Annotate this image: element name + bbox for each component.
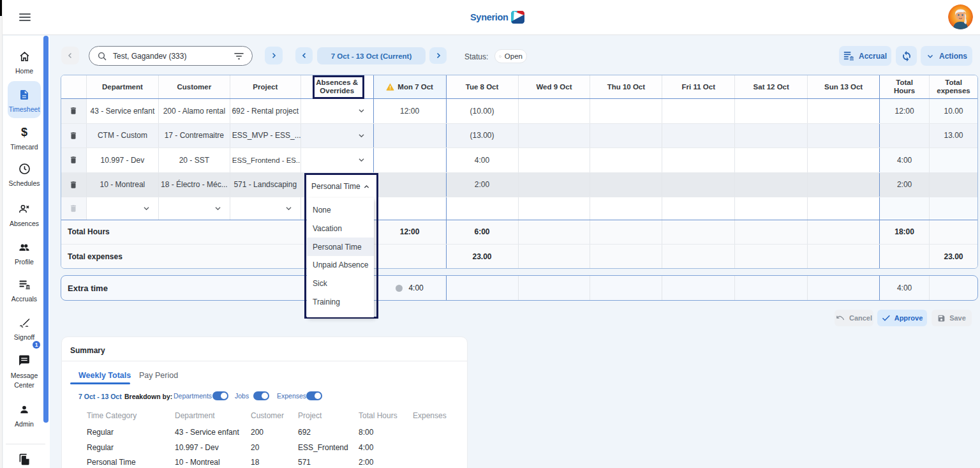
svg-text:$: $: [21, 126, 27, 139]
